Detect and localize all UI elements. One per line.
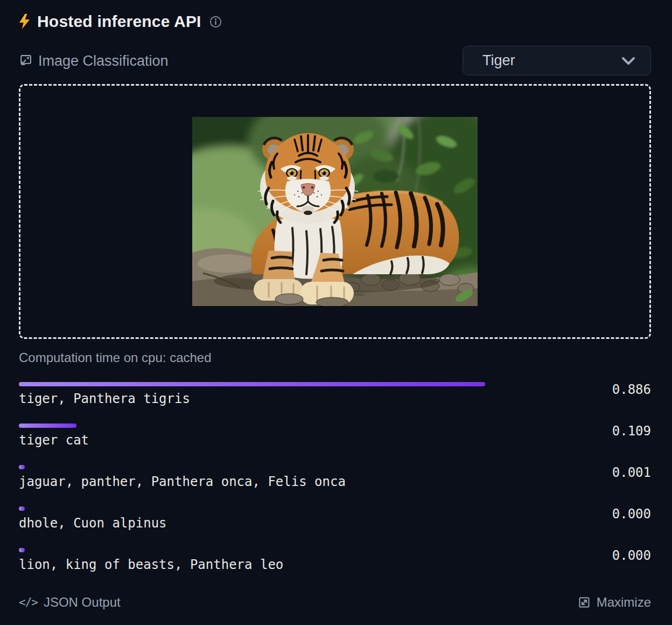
- score-bar: [19, 382, 485, 386]
- score-bar: [19, 548, 25, 552]
- json-output-label: JSON Output: [44, 595, 121, 610]
- score-bar: [19, 506, 25, 511]
- task-label-text: Image Classification: [38, 52, 169, 70]
- image-classification-icon: [19, 54, 32, 67]
- class-label: jaguar, panther, Panthera onca, Felis on…: [19, 475, 545, 489]
- result-row: tiger, Panthera tigris 0.886: [19, 382, 651, 406]
- class-label: dhole, Cuon alpinus: [19, 516, 545, 530]
- task-row: Image Classification Tiger: [19, 46, 651, 75]
- maximize-label: Maximize: [597, 595, 651, 610]
- maximize-button[interactable]: Maximize: [578, 595, 651, 610]
- page-title: Hosted inference API: [37, 12, 201, 31]
- example-selector-value: Tiger: [482, 52, 515, 69]
- result-row: lion, king of beasts, Panthera leo 0.000: [19, 548, 651, 572]
- lightning-bolt-icon: [19, 13, 30, 30]
- task-label: Image Classification: [19, 52, 169, 70]
- result-row: jaguar, panther, Panthera onca, Felis on…: [19, 465, 651, 489]
- class-score: 0.886: [545, 382, 651, 397]
- class-label: tiger, Panthera tigris: [19, 392, 545, 406]
- classification-results: tiger, Panthera tigris 0.886 tiger cat 0…: [19, 382, 651, 572]
- widget-footer: </> JSON Output Maximize: [19, 595, 651, 610]
- info-icon[interactable]: [209, 16, 222, 28]
- result-row: dhole, Cuon alpinus 0.000: [19, 506, 651, 530]
- class-score: 0.000: [545, 548, 651, 563]
- class-score: 0.109: [545, 423, 651, 439]
- class-label: tiger cat: [19, 433, 545, 447]
- class-score: 0.000: [545, 506, 651, 522]
- result-row: tiger cat 0.109: [19, 423, 651, 447]
- computation-time-text: Computation time on cpu: cached: [19, 350, 651, 365]
- maximize-icon: [578, 596, 591, 609]
- inference-widget: Hosted inference API Image Classificatio…: [0, 0, 672, 625]
- widget-header: Hosted inference API: [19, 12, 651, 31]
- class-score: 0.001: [545, 465, 651, 480]
- input-image: [192, 117, 478, 306]
- json-output-button[interactable]: </> JSON Output: [19, 595, 121, 610]
- code-icon: </>: [19, 595, 38, 610]
- example-selector-dropdown[interactable]: Tiger: [463, 46, 651, 75]
- score-bar: [19, 465, 25, 469]
- image-dropzone[interactable]: [19, 84, 651, 339]
- class-label: lion, king of beasts, Panthera leo: [19, 558, 545, 572]
- score-bar: [19, 423, 76, 428]
- chevron-down-icon: [621, 57, 635, 65]
